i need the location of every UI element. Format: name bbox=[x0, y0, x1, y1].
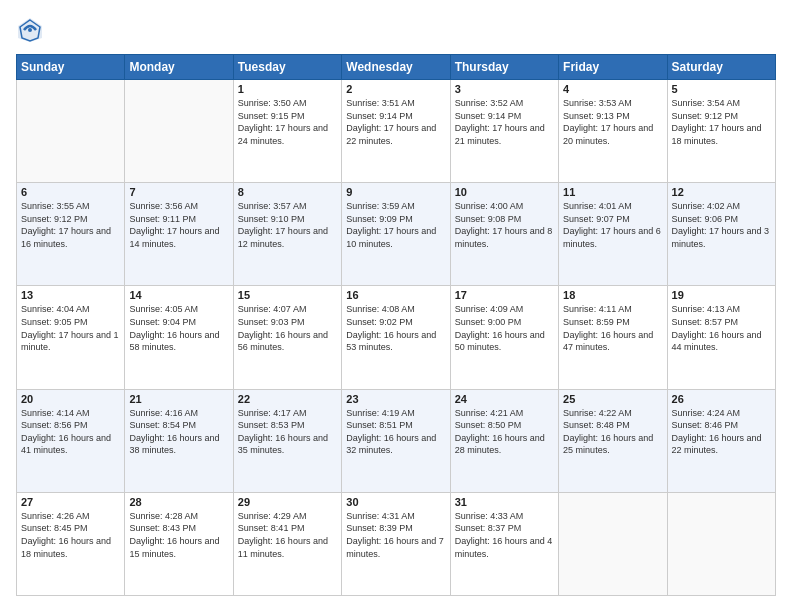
weekday-saturday: Saturday bbox=[667, 55, 775, 80]
calendar-cell: 26Sunrise: 4:24 AM Sunset: 8:46 PM Dayli… bbox=[667, 389, 775, 492]
header bbox=[16, 16, 776, 44]
weekday-header-row: SundayMondayTuesdayWednesdayThursdayFrid… bbox=[17, 55, 776, 80]
calendar-cell: 16Sunrise: 4:08 AM Sunset: 9:02 PM Dayli… bbox=[342, 286, 450, 389]
logo-icon bbox=[16, 16, 44, 44]
weekday-wednesday: Wednesday bbox=[342, 55, 450, 80]
day-info: Sunrise: 4:09 AM Sunset: 9:00 PM Dayligh… bbox=[455, 303, 554, 353]
day-info: Sunrise: 4:07 AM Sunset: 9:03 PM Dayligh… bbox=[238, 303, 337, 353]
week-row-5: 27Sunrise: 4:26 AM Sunset: 8:45 PM Dayli… bbox=[17, 492, 776, 595]
day-number: 9 bbox=[346, 186, 445, 198]
day-info: Sunrise: 4:11 AM Sunset: 8:59 PM Dayligh… bbox=[563, 303, 662, 353]
day-info: Sunrise: 4:21 AM Sunset: 8:50 PM Dayligh… bbox=[455, 407, 554, 457]
day-number: 4 bbox=[563, 83, 662, 95]
day-info: Sunrise: 3:51 AM Sunset: 9:14 PM Dayligh… bbox=[346, 97, 445, 147]
day-number: 15 bbox=[238, 289, 337, 301]
day-info: Sunrise: 4:24 AM Sunset: 8:46 PM Dayligh… bbox=[672, 407, 771, 457]
day-info: Sunrise: 4:02 AM Sunset: 9:06 PM Dayligh… bbox=[672, 200, 771, 250]
day-info: Sunrise: 4:16 AM Sunset: 8:54 PM Dayligh… bbox=[129, 407, 228, 457]
calendar-cell bbox=[667, 492, 775, 595]
day-info: Sunrise: 3:59 AM Sunset: 9:09 PM Dayligh… bbox=[346, 200, 445, 250]
day-number: 5 bbox=[672, 83, 771, 95]
day-info: Sunrise: 3:57 AM Sunset: 9:10 PM Dayligh… bbox=[238, 200, 337, 250]
calendar-cell: 20Sunrise: 4:14 AM Sunset: 8:56 PM Dayli… bbox=[17, 389, 125, 492]
calendar-cell: 12Sunrise: 4:02 AM Sunset: 9:06 PM Dayli… bbox=[667, 183, 775, 286]
day-number: 3 bbox=[455, 83, 554, 95]
day-number: 24 bbox=[455, 393, 554, 405]
day-info: Sunrise: 4:26 AM Sunset: 8:45 PM Dayligh… bbox=[21, 510, 120, 560]
day-info: Sunrise: 4:01 AM Sunset: 9:07 PM Dayligh… bbox=[563, 200, 662, 250]
weekday-thursday: Thursday bbox=[450, 55, 558, 80]
svg-point-2 bbox=[28, 28, 32, 32]
calendar-cell: 14Sunrise: 4:05 AM Sunset: 9:04 PM Dayli… bbox=[125, 286, 233, 389]
calendar-cell: 31Sunrise: 4:33 AM Sunset: 8:37 PM Dayli… bbox=[450, 492, 558, 595]
calendar-cell: 22Sunrise: 4:17 AM Sunset: 8:53 PM Dayli… bbox=[233, 389, 341, 492]
day-info: Sunrise: 3:56 AM Sunset: 9:11 PM Dayligh… bbox=[129, 200, 228, 250]
calendar-cell: 24Sunrise: 4:21 AM Sunset: 8:50 PM Dayli… bbox=[450, 389, 558, 492]
day-number: 30 bbox=[346, 496, 445, 508]
calendar-cell bbox=[559, 492, 667, 595]
calendar-cell: 30Sunrise: 4:31 AM Sunset: 8:39 PM Dayli… bbox=[342, 492, 450, 595]
calendar-cell: 25Sunrise: 4:22 AM Sunset: 8:48 PM Dayli… bbox=[559, 389, 667, 492]
day-number: 8 bbox=[238, 186, 337, 198]
week-row-4: 20Sunrise: 4:14 AM Sunset: 8:56 PM Dayli… bbox=[17, 389, 776, 492]
day-info: Sunrise: 4:08 AM Sunset: 9:02 PM Dayligh… bbox=[346, 303, 445, 353]
calendar-cell: 29Sunrise: 4:29 AM Sunset: 8:41 PM Dayli… bbox=[233, 492, 341, 595]
day-number: 19 bbox=[672, 289, 771, 301]
calendar-cell: 23Sunrise: 4:19 AM Sunset: 8:51 PM Dayli… bbox=[342, 389, 450, 492]
calendar-cell: 1Sunrise: 3:50 AM Sunset: 9:15 PM Daylig… bbox=[233, 80, 341, 183]
calendar-cell bbox=[125, 80, 233, 183]
day-info: Sunrise: 4:17 AM Sunset: 8:53 PM Dayligh… bbox=[238, 407, 337, 457]
calendar-cell: 9Sunrise: 3:59 AM Sunset: 9:09 PM Daylig… bbox=[342, 183, 450, 286]
day-number: 28 bbox=[129, 496, 228, 508]
day-info: Sunrise: 3:53 AM Sunset: 9:13 PM Dayligh… bbox=[563, 97, 662, 147]
logo bbox=[16, 16, 48, 44]
day-number: 18 bbox=[563, 289, 662, 301]
calendar-cell: 7Sunrise: 3:56 AM Sunset: 9:11 PM Daylig… bbox=[125, 183, 233, 286]
day-number: 26 bbox=[672, 393, 771, 405]
day-number: 7 bbox=[129, 186, 228, 198]
calendar-cell: 5Sunrise: 3:54 AM Sunset: 9:12 PM Daylig… bbox=[667, 80, 775, 183]
day-info: Sunrise: 3:55 AM Sunset: 9:12 PM Dayligh… bbox=[21, 200, 120, 250]
calendar-cell: 21Sunrise: 4:16 AM Sunset: 8:54 PM Dayli… bbox=[125, 389, 233, 492]
calendar-cell: 15Sunrise: 4:07 AM Sunset: 9:03 PM Dayli… bbox=[233, 286, 341, 389]
day-number: 1 bbox=[238, 83, 337, 95]
day-info: Sunrise: 3:52 AM Sunset: 9:14 PM Dayligh… bbox=[455, 97, 554, 147]
day-info: Sunrise: 4:13 AM Sunset: 8:57 PM Dayligh… bbox=[672, 303, 771, 353]
calendar-cell: 27Sunrise: 4:26 AM Sunset: 8:45 PM Dayli… bbox=[17, 492, 125, 595]
weekday-monday: Monday bbox=[125, 55, 233, 80]
weekday-tuesday: Tuesday bbox=[233, 55, 341, 80]
calendar-cell: 10Sunrise: 4:00 AM Sunset: 9:08 PM Dayli… bbox=[450, 183, 558, 286]
calendar-table: SundayMondayTuesdayWednesdayThursdayFrid… bbox=[16, 54, 776, 596]
day-info: Sunrise: 4:00 AM Sunset: 9:08 PM Dayligh… bbox=[455, 200, 554, 250]
calendar-cell: 2Sunrise: 3:51 AM Sunset: 9:14 PM Daylig… bbox=[342, 80, 450, 183]
day-info: Sunrise: 4:05 AM Sunset: 9:04 PM Dayligh… bbox=[129, 303, 228, 353]
day-number: 27 bbox=[21, 496, 120, 508]
day-number: 11 bbox=[563, 186, 662, 198]
calendar-cell: 13Sunrise: 4:04 AM Sunset: 9:05 PM Dayli… bbox=[17, 286, 125, 389]
weekday-friday: Friday bbox=[559, 55, 667, 80]
day-number: 31 bbox=[455, 496, 554, 508]
calendar-cell: 8Sunrise: 3:57 AM Sunset: 9:10 PM Daylig… bbox=[233, 183, 341, 286]
day-info: Sunrise: 4:14 AM Sunset: 8:56 PM Dayligh… bbox=[21, 407, 120, 457]
calendar-cell: 28Sunrise: 4:28 AM Sunset: 8:43 PM Dayli… bbox=[125, 492, 233, 595]
day-info: Sunrise: 4:29 AM Sunset: 8:41 PM Dayligh… bbox=[238, 510, 337, 560]
calendar-cell: 19Sunrise: 4:13 AM Sunset: 8:57 PM Dayli… bbox=[667, 286, 775, 389]
day-info: Sunrise: 4:31 AM Sunset: 8:39 PM Dayligh… bbox=[346, 510, 445, 560]
day-info: Sunrise: 3:50 AM Sunset: 9:15 PM Dayligh… bbox=[238, 97, 337, 147]
week-row-2: 6Sunrise: 3:55 AM Sunset: 9:12 PM Daylig… bbox=[17, 183, 776, 286]
week-row-1: 1Sunrise: 3:50 AM Sunset: 9:15 PM Daylig… bbox=[17, 80, 776, 183]
day-number: 20 bbox=[21, 393, 120, 405]
day-number: 25 bbox=[563, 393, 662, 405]
day-number: 2 bbox=[346, 83, 445, 95]
calendar-cell bbox=[17, 80, 125, 183]
calendar-cell: 18Sunrise: 4:11 AM Sunset: 8:59 PM Dayli… bbox=[559, 286, 667, 389]
day-number: 22 bbox=[238, 393, 337, 405]
page: SundayMondayTuesdayWednesdayThursdayFrid… bbox=[0, 0, 792, 612]
day-number: 16 bbox=[346, 289, 445, 301]
day-number: 13 bbox=[21, 289, 120, 301]
day-number: 6 bbox=[21, 186, 120, 198]
day-info: Sunrise: 4:19 AM Sunset: 8:51 PM Dayligh… bbox=[346, 407, 445, 457]
week-row-3: 13Sunrise: 4:04 AM Sunset: 9:05 PM Dayli… bbox=[17, 286, 776, 389]
day-number: 12 bbox=[672, 186, 771, 198]
calendar-cell: 3Sunrise: 3:52 AM Sunset: 9:14 PM Daylig… bbox=[450, 80, 558, 183]
